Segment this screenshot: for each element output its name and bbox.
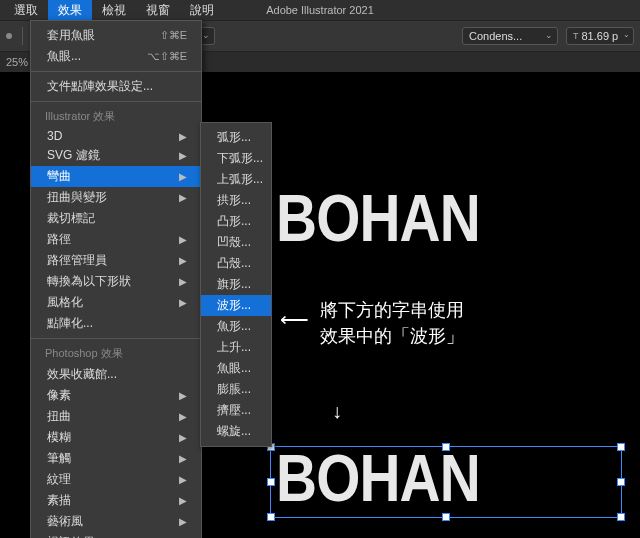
warp-arc-upper[interactable]: 上弧形... xyxy=(201,169,271,190)
warp-fisheye[interactable]: 魚眼... xyxy=(201,358,271,379)
menu-item-label: 上升... xyxy=(217,339,251,356)
font-size-value: 81.69 p xyxy=(582,30,619,42)
warp-fish[interactable]: 魚形... xyxy=(201,316,271,337)
menu-item-blur[interactable]: 模糊▶ xyxy=(31,427,201,448)
menu-item-label: 路徑 xyxy=(47,231,71,248)
menu-item-cropmarks[interactable]: 裁切標記 xyxy=(31,208,201,229)
menu-item-sketch[interactable]: 素描▶ xyxy=(31,490,201,511)
artboard-text-top[interactable]: BOHAN xyxy=(276,180,480,256)
menu-item-3d[interactable]: 3D▶ xyxy=(31,127,201,145)
warp-bulge[interactable]: 凸形... xyxy=(201,211,271,232)
menu-item-last-effect[interactable]: 魚眼... ⌥⇧⌘E xyxy=(31,46,201,67)
menu-item-video[interactable]: 視訊效果▶ xyxy=(31,532,201,538)
annotation-arrow-left: ⟵ xyxy=(280,307,309,331)
menu-item-warp[interactable]: 彎曲▶ xyxy=(31,166,201,187)
menu-item-label: 魚眼... xyxy=(217,360,251,377)
selection-bounding-box[interactable] xyxy=(270,446,622,518)
fontsize-icon: T xyxy=(573,31,579,41)
separator xyxy=(22,27,23,45)
submenu-arrow-icon: ▶ xyxy=(179,276,187,287)
warp-shell-upper[interactable]: 凸殼... xyxy=(201,253,271,274)
menu-window[interactable]: 視窗 xyxy=(136,0,180,21)
chevron-down-icon: ⌄ xyxy=(202,30,210,40)
menu-section-header-ps: Photoshop 效果 xyxy=(31,343,201,364)
handle-tr[interactable] xyxy=(617,443,625,451)
menu-item-label: 凸形... xyxy=(217,213,251,230)
menu-item-label: 風格化 xyxy=(47,294,83,311)
submenu-arrow-icon: ▶ xyxy=(179,495,187,506)
menu-item-texture[interactable]: 紋理▶ xyxy=(31,469,201,490)
menu-help[interactable]: 說明 xyxy=(180,0,224,21)
warp-twist[interactable]: 螺旋... xyxy=(201,421,271,442)
menu-item-label: 點陣化... xyxy=(47,315,93,332)
menu-item-label: 筆觸 xyxy=(47,450,71,467)
handle-br[interactable] xyxy=(617,513,625,521)
menu-item-label: 效果收藏館... xyxy=(47,366,117,383)
menu-separator xyxy=(31,101,201,102)
chevron-down-icon: ⌄ xyxy=(623,30,630,39)
menu-item-label: 旗形... xyxy=(217,276,251,293)
menu-item-brush[interactable]: 筆觸▶ xyxy=(31,448,201,469)
font-size-field[interactable]: T 81.69 p ⌄ xyxy=(566,27,634,45)
menu-item-label: 路徑管理員 xyxy=(47,252,107,269)
warp-arc-lower[interactable]: 下弧形... xyxy=(201,148,271,169)
menu-item-label: SVG 濾鏡 xyxy=(47,147,100,164)
menu-item-label: 魚形... xyxy=(217,318,251,335)
handle-tm[interactable] xyxy=(442,443,450,451)
menu-item-raster-settings[interactable]: 文件點陣效果設定... xyxy=(31,76,201,97)
menu-item-label: 套用魚眼 xyxy=(47,27,95,44)
menu-item-label: 轉換為以下形狀 xyxy=(47,273,131,290)
submenu-arrow-icon: ▶ xyxy=(179,192,187,203)
menu-item-apply-last[interactable]: 套用魚眼 ⇧⌘E xyxy=(31,25,201,46)
menu-section-header-ai: Illustrator 效果 xyxy=(31,106,201,127)
menu-select[interactable]: 選取 xyxy=(4,0,48,21)
menu-separator xyxy=(31,71,201,72)
handle-bm[interactable] xyxy=(442,513,450,521)
submenu-arrow-icon: ▶ xyxy=(179,474,187,485)
menu-item-shortcut: ⇧⌘E xyxy=(160,29,187,42)
warp-arch[interactable]: 拱形... xyxy=(201,190,271,211)
menu-item-gallery[interactable]: 效果收藏館... xyxy=(31,364,201,385)
menu-item-label: 螺旋... xyxy=(217,423,251,440)
warp-squeeze[interactable]: 擠壓... xyxy=(201,400,271,421)
warp-inflate[interactable]: 膨脹... xyxy=(201,379,271,400)
warp-wave[interactable]: 波形... xyxy=(201,295,271,316)
menu-item-path[interactable]: 路徑▶ xyxy=(31,229,201,250)
menu-item-artistic[interactable]: 藝術風▶ xyxy=(31,511,201,532)
menu-item-shortcut: ⌥⇧⌘E xyxy=(147,50,187,63)
warp-flag[interactable]: 旗形... xyxy=(201,274,271,295)
menu-item-pixelate[interactable]: 像素▶ xyxy=(31,385,201,406)
menu-item-rasterize[interactable]: 點陣化... xyxy=(31,313,201,334)
menu-item-label: 藝術風 xyxy=(47,513,83,530)
menu-item-convert-shape[interactable]: 轉換為以下形狀▶ xyxy=(31,271,201,292)
menu-item-distort[interactable]: 扭曲與變形▶ xyxy=(31,187,201,208)
warp-rise[interactable]: 上升... xyxy=(201,337,271,358)
menu-item-label: 紋理 xyxy=(47,471,71,488)
menu-item-distort-ps[interactable]: 扭曲▶ xyxy=(31,406,201,427)
ctrl-dot[interactable] xyxy=(6,33,12,39)
menu-item-label: 模糊 xyxy=(47,429,71,446)
menu-item-label: 扭曲與變形 xyxy=(47,189,107,206)
submenu-arrow-icon: ▶ xyxy=(179,516,187,527)
menu-item-label: 裁切標記 xyxy=(47,210,95,227)
menu-item-label: 魚眼... xyxy=(47,48,81,65)
menu-item-label: 像素 xyxy=(47,387,71,404)
handle-mr[interactable] xyxy=(617,478,625,486)
menu-item-label: 波形... xyxy=(217,297,251,314)
menubar: Adobe Illustrator 2021 選取 效果 檢視 視窗 說明 xyxy=(0,0,640,20)
handle-bl[interactable] xyxy=(267,513,275,521)
submenu-arrow-icon: ▶ xyxy=(179,171,187,182)
font-style-field[interactable]: Condens... ⌄ xyxy=(462,27,558,45)
menu-item-label: 文件點陣效果設定... xyxy=(47,78,153,95)
submenu-arrow-icon: ▶ xyxy=(179,255,187,266)
menu-view[interactable]: 檢視 xyxy=(92,0,136,21)
menu-item-svg[interactable]: SVG 濾鏡▶ xyxy=(31,145,201,166)
warp-arc[interactable]: 弧形... xyxy=(201,127,271,148)
warp-shell-lower[interactable]: 凹殼... xyxy=(201,232,271,253)
handle-ml[interactable] xyxy=(267,478,275,486)
effects-menu: 套用魚眼 ⇧⌘E 魚眼... ⌥⇧⌘E 文件點陣效果設定... Illustra… xyxy=(30,20,202,538)
menu-item-stylize-ai[interactable]: 風格化▶ xyxy=(31,292,201,313)
menu-item-label: 弧形... xyxy=(217,129,251,146)
menu-item-pathfinder[interactable]: 路徑管理員▶ xyxy=(31,250,201,271)
menu-effects[interactable]: 效果 xyxy=(48,0,92,21)
